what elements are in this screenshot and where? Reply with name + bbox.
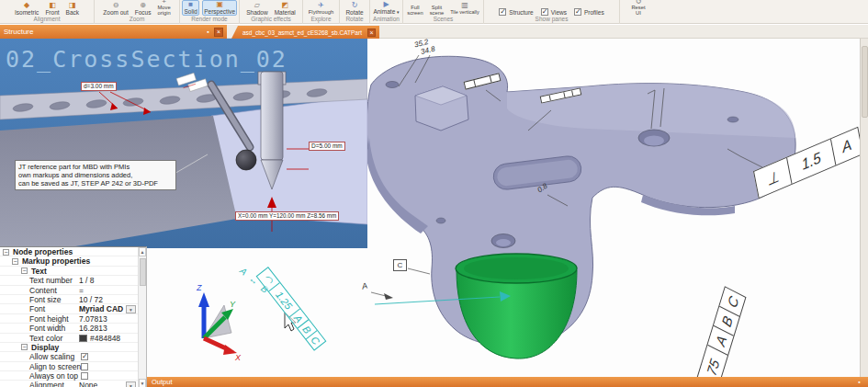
font-dropdown-icon[interactable]: ▾ (126, 305, 136, 313)
allow-scaling-checkbox[interactable] (81, 353, 88, 360)
property-row-allow-scaling[interactable]: Allow scaling (0, 352, 146, 361)
text-number-value: 1 / 8 (79, 276, 95, 285)
allow-scaling-label: Allow scaling (29, 352, 74, 361)
ribbon-group-show-panes: Structure Views Profiles Show panes (484, 0, 620, 24)
ribbon-group-explore: ✈Flythrough Explore (303, 0, 340, 24)
rotate-button[interactable]: ↻Rotate (344, 2, 365, 16)
cross-section-inset: 02_CrossSection_02 d=3.00 mm D=5.00 mm X… (0, 39, 367, 248)
alignment-dropdown-icon[interactable]: ▾ (126, 381, 136, 387)
property-row-font[interactable]: FontMyriad CAD▾ (0, 304, 146, 313)
structure-pane-checkbox[interactable]: Structure (499, 8, 533, 16)
scroll-up-icon[interactable]: ▲ (139, 247, 146, 256)
perspective-label: Perspective (204, 8, 235, 15)
markup-properties-group[interactable]: −Markup properties (0, 256, 146, 266)
text-color-swatch[interactable] (79, 335, 87, 342)
shadow-button[interactable]: ▱Shadow (244, 2, 270, 16)
tile-vertically-button[interactable]: ▥Tile vertically (448, 2, 481, 16)
hole-left-small (436, 218, 445, 223)
probe-position-label[interactable]: X=0.00 mm Y=120.00 mm Z=8.56 mm (235, 211, 339, 221)
solid-button[interactable]: ■Solid (182, 0, 199, 16)
perspective-button[interactable]: ▣Perspective (202, 0, 237, 16)
alignment-label: Alignment (29, 381, 64, 387)
document-tab-strip: asd_cbc_03_asmct_ed_cES268_sb.CATPart × (227, 25, 868, 39)
zoom-out-button[interactable]: ⊖Zoom out (101, 2, 130, 16)
isometric-button[interactable]: ◆Isometric (13, 2, 40, 16)
document-tab-close-icon[interactable]: × (367, 28, 376, 37)
align-to-screen-checkbox[interactable] (81, 363, 88, 370)
ribbon-group-alignment: ◆Isometric ◧Front ◨Back Alignment (0, 0, 95, 24)
highlighted-cylinder-top-inner (464, 257, 569, 279)
font-value: Myriad CAD (79, 304, 123, 313)
full-screen-button[interactable]: Fullscreen (405, 6, 424, 16)
profiles-pane-checkbox[interactable]: Profiles (574, 8, 604, 16)
collapse-icon[interactable]: − (12, 258, 18, 265)
ribbon-group-render-mode: ■Solid ▣Perspective Render mode (180, 0, 240, 24)
pin-icon[interactable]: ▪ (204, 28, 212, 36)
collapse-icon[interactable]: − (21, 267, 28, 274)
text-group[interactable]: −Text (0, 267, 146, 276)
node-properties-scrollbar[interactable]: ▲ ▼ (138, 247, 146, 387)
animate-dropdown-arrow: ▾ (397, 9, 400, 15)
flythrough-label: Flythrough (309, 9, 333, 16)
display-group[interactable]: −Display (0, 343, 146, 352)
structure-panel-header[interactable]: Structure ▪ × (0, 25, 227, 39)
font-height-label: Font height (29, 314, 69, 324)
profiles-checkbox-label: Profiles (584, 9, 604, 16)
back-button[interactable]: ◨Back (64, 2, 81, 16)
material-button[interactable]: ◩Material (273, 2, 298, 16)
coordinate-triad: Z Y X (196, 283, 242, 362)
move-origin-button[interactable]: +Moveorigin (155, 0, 172, 16)
triad-x-label: X (234, 353, 242, 362)
property-row-align-to-screen[interactable]: Align to screen (0, 362, 146, 371)
document-tab[interactable]: asd_cbc_03_asmct_ed_cES268_sb.CATPart × (231, 26, 379, 39)
document-tab-filename: asd_cbc_03_asmct_ed_cES268_sb.CATPart (242, 29, 362, 36)
collapsed-pane-tab[interactable] (862, 46, 868, 118)
views-pane-checkbox[interactable]: Views (541, 8, 567, 16)
probe-diameter-label[interactable]: D=5.00 mm (309, 142, 345, 151)
front-button[interactable]: ◧Front (43, 2, 61, 16)
rotate-group-label: Rotate (340, 16, 369, 24)
isometric-label: Isometric (15, 9, 39, 16)
always-on-top-checkbox[interactable] (81, 372, 88, 380)
hole-right-small (727, 117, 738, 122)
font-size-label: Font size (29, 295, 62, 304)
datum-c-box[interactable]: C (393, 259, 407, 271)
rotate-label: Rotate (345, 9, 363, 16)
property-row-content: Content= (0, 286, 146, 295)
flythrough-button[interactable]: ✈Flythrough (307, 2, 335, 16)
node-properties-panel: −Node properties −Markup properties −Tex… (0, 246, 147, 387)
align-to-screen-label: Align to screen (29, 362, 81, 371)
animate-label: Animate (373, 8, 395, 15)
node-properties-header[interactable]: −Node properties (0, 247, 146, 256)
property-row-text-color[interactable]: Text color#484848 (0, 334, 146, 343)
hole-diameter-label[interactable]: d=3.00 mm (81, 82, 117, 91)
collapse-icon[interactable]: − (21, 344, 28, 350)
text-number-label: Text number (29, 276, 73, 285)
collapse-icon[interactable]: − (3, 249, 9, 256)
structure-checkbox-label: Structure (509, 9, 533, 16)
app-window: ◆Isometric ◧Front ◨Back Alignment ⊖Zoom … (0, 0, 868, 387)
split-scene-button[interactable]: Splitscene (428, 6, 445, 16)
tile-vertically-icon: ▥ (461, 2, 468, 9)
property-row-alignment[interactable]: AlignmentNone▾ (0, 381, 146, 387)
ribbon-group-scenes: Fullscreen Splitscene ▥Tile vertically S… (403, 0, 484, 24)
scrollbar-thumb[interactable] (140, 258, 146, 286)
hole-center-inner (496, 239, 511, 246)
property-row-font-size: Font size10 / 72 (0, 295, 146, 304)
material-icon: ◩ (281, 2, 288, 9)
triad-y-label: Y (230, 300, 236, 309)
focus-button[interactable]: ⊕Focus (133, 2, 153, 16)
solid-icon: ■ (188, 1, 193, 8)
property-row-always-on-top[interactable]: Always on top (0, 371, 146, 381)
font-size-value: 10 / 72 (79, 295, 103, 304)
zoom-group-label: Zoom (95, 16, 179, 24)
animate-button[interactable]: ▶Animate ▾ (372, 1, 400, 16)
node-properties-title: Node properties (13, 247, 73, 256)
annotation-note-box[interactable]: JT reference part for MBD with PMIs own … (15, 160, 176, 190)
reset-ui-button[interactable]: ↺ResetUI (629, 0, 647, 16)
pin-icon[interactable]: ▪ (855, 378, 863, 386)
structure-close-icon[interactable]: × (214, 28, 223, 37)
output-panel-header[interactable]: Output ▪ (147, 377, 868, 387)
font-label: Font (29, 304, 45, 313)
scroll-down-icon[interactable]: ▼ (139, 379, 146, 387)
